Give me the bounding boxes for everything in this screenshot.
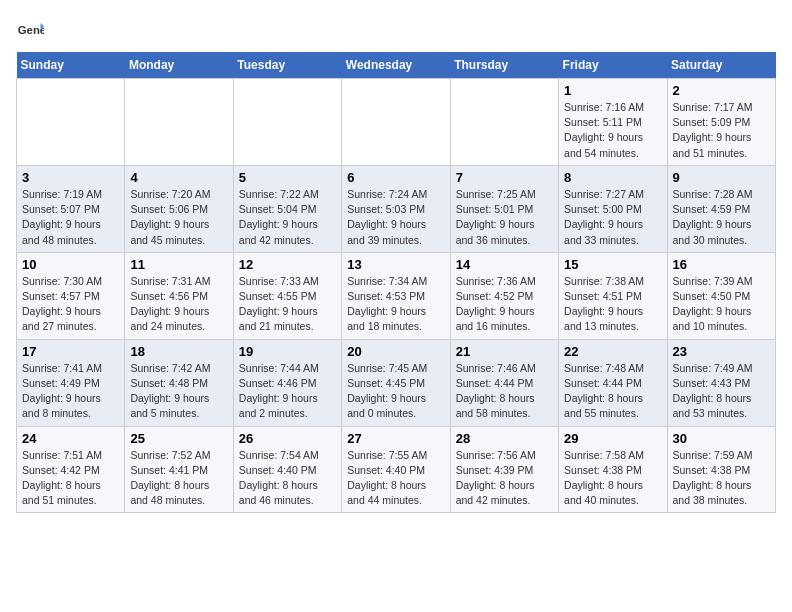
calendar-cell: 5Sunrise: 7:22 AMSunset: 5:04 PMDaylight… (233, 165, 341, 252)
calendar-cell: 23Sunrise: 7:49 AMSunset: 4:43 PMDayligh… (667, 339, 775, 426)
day-info: Sunrise: 7:24 AMSunset: 5:03 PMDaylight:… (347, 187, 444, 248)
calendar-cell (342, 79, 450, 166)
day-number: 10 (22, 257, 119, 272)
day-info: Sunrise: 7:54 AMSunset: 4:40 PMDaylight:… (239, 448, 336, 509)
day-info: Sunrise: 7:59 AMSunset: 4:38 PMDaylight:… (673, 448, 770, 509)
header-wednesday: Wednesday (342, 52, 450, 79)
page-header: General (16, 16, 776, 44)
day-number: 19 (239, 344, 336, 359)
day-number: 1 (564, 83, 661, 98)
svg-text:General: General (18, 24, 44, 36)
calendar-cell: 15Sunrise: 7:38 AMSunset: 4:51 PMDayligh… (559, 252, 667, 339)
calendar-cell: 10Sunrise: 7:30 AMSunset: 4:57 PMDayligh… (17, 252, 125, 339)
calendar-cell: 30Sunrise: 7:59 AMSunset: 4:38 PMDayligh… (667, 426, 775, 513)
header-friday: Friday (559, 52, 667, 79)
calendar-week-3: 10Sunrise: 7:30 AMSunset: 4:57 PMDayligh… (17, 252, 776, 339)
day-number: 27 (347, 431, 444, 446)
header-tuesday: Tuesday (233, 52, 341, 79)
day-info: Sunrise: 7:45 AMSunset: 4:45 PMDaylight:… (347, 361, 444, 422)
calendar-week-2: 3Sunrise: 7:19 AMSunset: 5:07 PMDaylight… (17, 165, 776, 252)
day-number: 25 (130, 431, 227, 446)
day-info: Sunrise: 7:34 AMSunset: 4:53 PMDaylight:… (347, 274, 444, 335)
day-number: 7 (456, 170, 553, 185)
day-info: Sunrise: 7:46 AMSunset: 4:44 PMDaylight:… (456, 361, 553, 422)
day-number: 15 (564, 257, 661, 272)
calendar-cell: 18Sunrise: 7:42 AMSunset: 4:48 PMDayligh… (125, 339, 233, 426)
day-number: 18 (130, 344, 227, 359)
header-saturday: Saturday (667, 52, 775, 79)
day-info: Sunrise: 7:51 AMSunset: 4:42 PMDaylight:… (22, 448, 119, 509)
day-number: 24 (22, 431, 119, 446)
day-info: Sunrise: 7:41 AMSunset: 4:49 PMDaylight:… (22, 361, 119, 422)
calendar-cell: 9Sunrise: 7:28 AMSunset: 4:59 PMDaylight… (667, 165, 775, 252)
calendar-header-row: SundayMondayTuesdayWednesdayThursdayFrid… (17, 52, 776, 79)
calendar-cell (233, 79, 341, 166)
calendar-cell: 20Sunrise: 7:45 AMSunset: 4:45 PMDayligh… (342, 339, 450, 426)
day-number: 5 (239, 170, 336, 185)
day-info: Sunrise: 7:55 AMSunset: 4:40 PMDaylight:… (347, 448, 444, 509)
day-number: 11 (130, 257, 227, 272)
calendar-cell: 2Sunrise: 7:17 AMSunset: 5:09 PMDaylight… (667, 79, 775, 166)
calendar-cell: 16Sunrise: 7:39 AMSunset: 4:50 PMDayligh… (667, 252, 775, 339)
calendar-cell: 17Sunrise: 7:41 AMSunset: 4:49 PMDayligh… (17, 339, 125, 426)
day-number: 2 (673, 83, 770, 98)
calendar-cell: 22Sunrise: 7:48 AMSunset: 4:44 PMDayligh… (559, 339, 667, 426)
day-number: 20 (347, 344, 444, 359)
header-monday: Monday (125, 52, 233, 79)
calendar-cell: 19Sunrise: 7:44 AMSunset: 4:46 PMDayligh… (233, 339, 341, 426)
day-info: Sunrise: 7:25 AMSunset: 5:01 PMDaylight:… (456, 187, 553, 248)
day-number: 13 (347, 257, 444, 272)
day-info: Sunrise: 7:44 AMSunset: 4:46 PMDaylight:… (239, 361, 336, 422)
calendar-cell (125, 79, 233, 166)
day-number: 3 (22, 170, 119, 185)
calendar-cell (450, 79, 558, 166)
calendar-cell: 29Sunrise: 7:58 AMSunset: 4:38 PMDayligh… (559, 426, 667, 513)
day-number: 4 (130, 170, 227, 185)
day-number: 30 (673, 431, 770, 446)
calendar-cell (17, 79, 125, 166)
calendar-cell: 4Sunrise: 7:20 AMSunset: 5:06 PMDaylight… (125, 165, 233, 252)
calendar-cell: 7Sunrise: 7:25 AMSunset: 5:01 PMDaylight… (450, 165, 558, 252)
day-number: 23 (673, 344, 770, 359)
day-number: 29 (564, 431, 661, 446)
calendar-week-1: 1Sunrise: 7:16 AMSunset: 5:11 PMDaylight… (17, 79, 776, 166)
day-info: Sunrise: 7:49 AMSunset: 4:43 PMDaylight:… (673, 361, 770, 422)
day-info: Sunrise: 7:27 AMSunset: 5:00 PMDaylight:… (564, 187, 661, 248)
calendar-cell: 25Sunrise: 7:52 AMSunset: 4:41 PMDayligh… (125, 426, 233, 513)
day-info: Sunrise: 7:52 AMSunset: 4:41 PMDaylight:… (130, 448, 227, 509)
day-info: Sunrise: 7:19 AMSunset: 5:07 PMDaylight:… (22, 187, 119, 248)
day-number: 12 (239, 257, 336, 272)
logo: General (16, 16, 48, 44)
day-number: 14 (456, 257, 553, 272)
day-info: Sunrise: 7:17 AMSunset: 5:09 PMDaylight:… (673, 100, 770, 161)
calendar-cell: 11Sunrise: 7:31 AMSunset: 4:56 PMDayligh… (125, 252, 233, 339)
calendar-cell: 12Sunrise: 7:33 AMSunset: 4:55 PMDayligh… (233, 252, 341, 339)
day-number: 26 (239, 431, 336, 446)
day-info: Sunrise: 7:30 AMSunset: 4:57 PMDaylight:… (22, 274, 119, 335)
calendar-cell: 1Sunrise: 7:16 AMSunset: 5:11 PMDaylight… (559, 79, 667, 166)
day-info: Sunrise: 7:48 AMSunset: 4:44 PMDaylight:… (564, 361, 661, 422)
calendar-cell: 21Sunrise: 7:46 AMSunset: 4:44 PMDayligh… (450, 339, 558, 426)
day-number: 16 (673, 257, 770, 272)
calendar-cell: 14Sunrise: 7:36 AMSunset: 4:52 PMDayligh… (450, 252, 558, 339)
day-info: Sunrise: 7:56 AMSunset: 4:39 PMDaylight:… (456, 448, 553, 509)
day-info: Sunrise: 7:33 AMSunset: 4:55 PMDaylight:… (239, 274, 336, 335)
day-number: 28 (456, 431, 553, 446)
day-info: Sunrise: 7:38 AMSunset: 4:51 PMDaylight:… (564, 274, 661, 335)
calendar-cell: 27Sunrise: 7:55 AMSunset: 4:40 PMDayligh… (342, 426, 450, 513)
day-info: Sunrise: 7:20 AMSunset: 5:06 PMDaylight:… (130, 187, 227, 248)
calendar-cell: 24Sunrise: 7:51 AMSunset: 4:42 PMDayligh… (17, 426, 125, 513)
day-number: 21 (456, 344, 553, 359)
day-info: Sunrise: 7:28 AMSunset: 4:59 PMDaylight:… (673, 187, 770, 248)
calendar-cell: 13Sunrise: 7:34 AMSunset: 4:53 PMDayligh… (342, 252, 450, 339)
day-info: Sunrise: 7:39 AMSunset: 4:50 PMDaylight:… (673, 274, 770, 335)
calendar-cell: 26Sunrise: 7:54 AMSunset: 4:40 PMDayligh… (233, 426, 341, 513)
day-number: 6 (347, 170, 444, 185)
logo-icon: General (16, 16, 44, 44)
calendar-cell: 28Sunrise: 7:56 AMSunset: 4:39 PMDayligh… (450, 426, 558, 513)
day-info: Sunrise: 7:16 AMSunset: 5:11 PMDaylight:… (564, 100, 661, 161)
day-info: Sunrise: 7:22 AMSunset: 5:04 PMDaylight:… (239, 187, 336, 248)
day-info: Sunrise: 7:58 AMSunset: 4:38 PMDaylight:… (564, 448, 661, 509)
calendar-cell: 6Sunrise: 7:24 AMSunset: 5:03 PMDaylight… (342, 165, 450, 252)
day-info: Sunrise: 7:36 AMSunset: 4:52 PMDaylight:… (456, 274, 553, 335)
